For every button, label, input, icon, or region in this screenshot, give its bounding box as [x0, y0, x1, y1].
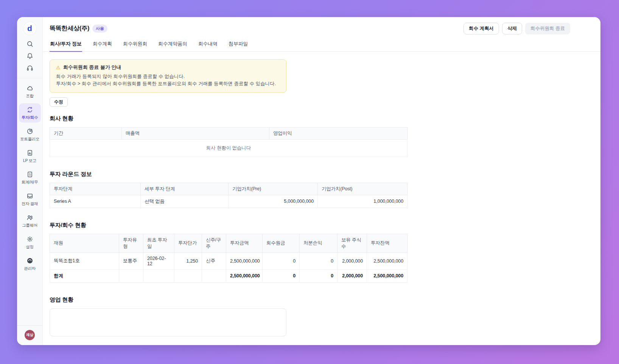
- cell-valuation-post: 1,000,000,000: [318, 195, 407, 208]
- notice-body: 회수 거래가 등록되지 않아 회수위원회를 종료할 수 없습니다. 투자/회수 …: [56, 73, 280, 88]
- user-avatar[interactable]: 재상: [25, 330, 35, 340]
- column-header: 최초 투자일: [143, 234, 174, 252]
- page-header: 똑똑한세상(주) 사용 회수 계획서 삭제 회수위원회 종료: [50, 22, 591, 34]
- sidebar-item-admin[interactable]: 관리자: [19, 254, 41, 274]
- column-header: 기업가치(Pre): [229, 183, 318, 195]
- column-header: 투자유형: [119, 234, 143, 252]
- table-total-row: 합계 2,500,000,000 0 0 2,000,000 2,500,000…: [50, 269, 407, 282]
- empty-state-text: 회사 현황이 없습니다: [50, 139, 407, 157]
- column-header: 매출액: [122, 127, 269, 139]
- sidebar-item-invest-recovery[interactable]: 투자/회수: [19, 103, 41, 123]
- column-header: 신주/구주: [202, 234, 226, 252]
- sidebar-item-lp-report[interactable]: LP 보고: [19, 146, 41, 166]
- status-badge: 사용: [92, 25, 107, 33]
- main-content: 똑똑한세상(주) 사용 회수 계획서 삭제 회수위원회 종료 회사/투자 정보 …: [43, 17, 600, 345]
- sidebar-item-label: 설정: [26, 244, 33, 250]
- column-header: 기간: [50, 127, 122, 139]
- cell-sub-stage: 선택 없음: [141, 195, 229, 208]
- finance-document-icon: $: [26, 171, 34, 178]
- sidebar-item-union[interactable]: 조합: [19, 82, 41, 101]
- search-icon[interactable]: [23, 38, 36, 50]
- invest-recovery-table: 재원 투자유형 최초 투자일 투자단가 신주/구주 투자금액 회수원금 처분손익…: [50, 234, 407, 283]
- tab-recovery-contract-approval[interactable]: 회수계약품의: [158, 38, 188, 51]
- tab-recovery-plan[interactable]: 회수계획: [92, 38, 112, 51]
- tab-bar: 회사/투자 정보 회수계획 회수위원회 회수계약품의 회수내역 첨부파일: [43, 38, 600, 52]
- cell-disposal-pl: 0: [300, 252, 337, 269]
- table-row: 똑똑조합1호 보통주 2026-02-12 1,250 신주 2,500,000…: [50, 252, 407, 269]
- tab-attachments[interactable]: 첨부파일: [228, 38, 248, 51]
- gear-icon: [26, 235, 34, 243]
- column-header: 투자단계: [50, 183, 141, 195]
- notice-title-text: 회수위원회 종료 불가 안내: [63, 64, 121, 71]
- cell-first-invest-date: 2026-02-12: [143, 252, 174, 269]
- sidebar-item-e-approval[interactable]: 전자 결재: [19, 190, 41, 209]
- warning-icon: ⚠: [56, 65, 61, 70]
- notice-line-2: 투자/회수 > 회수 관리에서 회수위원회를 등록한 포트폴리오의 회수 거래를…: [56, 80, 280, 87]
- cell-invest-type: 보통주: [119, 252, 143, 269]
- sidebar-item-accounting[interactable]: $ 회계/재무: [19, 168, 41, 187]
- column-header: 보유 주식 수: [337, 234, 367, 252]
- notifications-bell-icon[interactable]: [23, 50, 36, 62]
- sidebar-item-settings[interactable]: 설정: [19, 233, 41, 252]
- company-status-title: 회사 현황: [50, 115, 591, 122]
- sidebar-divider: [17, 78, 43, 78]
- table-header-row: 투자단계 세부 투자 단계 기업가치(Pre) 기업가치(Post): [50, 183, 407, 195]
- invest-round-title: 투자 라운드 정보: [50, 171, 591, 178]
- edit-button[interactable]: 수정: [50, 97, 68, 107]
- cell-invest-balance: 2,500,000,000: [367, 252, 407, 269]
- column-header: 투자단가: [174, 234, 202, 252]
- column-header: 기업가치(Post): [318, 183, 407, 195]
- union-fund-icon: [26, 84, 34, 92]
- sidebar-item-groupware[interactable]: 그룹웨어: [19, 211, 41, 230]
- svg-text:$: $: [29, 173, 31, 176]
- cell-total-recovered-principal: 0: [263, 269, 300, 282]
- cell-fund-name: 똑똑조합1호: [50, 252, 119, 269]
- app-logo[interactable]: d: [23, 22, 36, 35]
- column-header: 세부 투자 단계: [141, 183, 229, 195]
- tab-recovery-history[interactable]: 회수내역: [198, 38, 218, 51]
- sidebar-item-portfolio[interactable]: 포트폴리오: [19, 125, 41, 144]
- cell-valuation-pre: 5,000,000,000: [229, 195, 318, 208]
- column-header: 영업이익: [269, 127, 407, 139]
- cell-share-type: 신주: [202, 252, 226, 269]
- inbox-tray-icon: [26, 192, 34, 200]
- pie-chart-icon: [26, 128, 34, 135]
- cell-total-invest-amount: 2,500,000,000: [226, 269, 263, 282]
- cell-recovered-principal: 0: [263, 252, 300, 269]
- sidebar-item-label: 관리자: [24, 266, 36, 271]
- column-header: 투자잔액: [367, 234, 407, 252]
- sales-status-title: 영업 현황: [50, 296, 591, 303]
- tab-recovery-committee[interactable]: 회수위원회: [123, 38, 148, 51]
- cell-total-disposal-pl: 0: [300, 269, 337, 282]
- sidebar-item-label: 투자/회수: [22, 115, 38, 120]
- invest-recovery-icon: [26, 106, 34, 114]
- tab-company-invest-info[interactable]: 회사/투자 정보: [50, 38, 82, 52]
- delete-button[interactable]: 삭제: [502, 23, 522, 34]
- cell-invest-amount: 2,500,000,000: [226, 252, 263, 269]
- cell-unit-price: 1,250: [174, 252, 202, 269]
- notice-title: ⚠ 회수위원회 종료 불가 안내: [56, 64, 280, 71]
- report-document-icon: [26, 149, 34, 157]
- desktop-background: { "window": { "logo": "d", "title": "똑똑한…: [0, 0, 619, 364]
- company-status-table: 기간 매출액 영업이익 회사 현황이 없습니다: [50, 127, 407, 157]
- admin-icon: [26, 257, 34, 264]
- recovery-plan-doc-button[interactable]: 회수 계획서: [463, 23, 499, 34]
- cell-invest-stage: Series A: [50, 195, 141, 208]
- people-icon: [26, 214, 34, 221]
- cell-total-label: 합계: [50, 269, 119, 282]
- header-actions: 회수 계획서 삭제 회수위원회 종료: [463, 23, 570, 34]
- empty-state-row: 회사 현황이 없습니다: [50, 139, 407, 157]
- close-committee-button[interactable]: 회수위원회 종료: [525, 23, 570, 34]
- sidebar-item-label: 조합: [26, 93, 33, 99]
- table-header-row: 기간 매출액 영업이익: [50, 127, 407, 139]
- cell-total-invest-balance: 2,500,000,000: [367, 269, 407, 282]
- column-header: 투자금액: [226, 234, 263, 252]
- page-title: 똑똑한세상(주): [50, 25, 89, 33]
- invest-recovery-status-title: 투자/회수 현황: [50, 222, 591, 229]
- table-header-row: 재원 투자유형 최초 투자일 투자단가 신주/구주 투자금액 회수원금 처분손익…: [50, 234, 407, 252]
- cell-shares-held: 2,000,000: [337, 252, 367, 269]
- sidebar-item-label: LP 보고: [23, 158, 36, 163]
- sidebar-item-label: 회계/재무: [22, 180, 38, 185]
- support-headset-icon[interactable]: [23, 62, 36, 74]
- column-header: 재원: [50, 234, 119, 252]
